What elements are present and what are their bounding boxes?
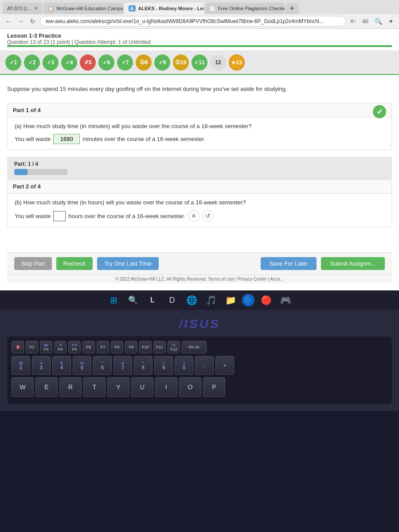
reset-button[interactable]: ↺ [202,210,214,222]
key-e[interactable]: E [35,377,58,397]
key-9[interactable]: ( 9 [154,356,173,375]
key-f10[interactable]: F10 [139,341,152,353]
key-f3-label: F3 [44,347,49,352]
tab-at072[interactable]: AT-072-2... ✕ [3,3,43,14]
save-later-button[interactable]: Save For Later [261,257,317,270]
recheck-button[interactable]: Recheck [56,257,93,270]
key-5[interactable]: % 5 [73,356,91,375]
tab-new[interactable]: + [286,3,299,14]
key-f9[interactable]: F9 [125,341,137,353]
part1-box: Part 1 of 4 ✓ (a) How much study time (i… [7,103,392,150]
taskbar-game-icon[interactable]: 🎮 [278,292,293,308]
nav-q3[interactable]: ✓3 [43,55,59,70]
key-f11-label: F11 [156,345,163,349]
try-one-button[interactable]: Try One Last Time [97,257,158,270]
key-p[interactable]: P [203,377,225,397]
part1-answer-input[interactable] [53,134,80,144]
taskbar-search-icon[interactable]: 🔍 [125,292,141,308]
extensions-button[interactable]: A↑ [348,17,358,25]
key-0[interactable]: ) 0 [175,356,193,375]
address-bar[interactable]: ww-awu.aleks.com/alekscgi/x/lsl.exe/1o_u… [40,16,346,27]
nav-q5[interactable]: ✗5 [80,55,96,70]
key-equals[interactable]: + [215,356,234,375]
taskbar-browser-icon[interactable]: 🌐 [184,292,200,308]
part2-answer-suffix: hours over the course of a 16-week semes… [68,213,185,219]
taskbar-folder-icon[interactable]: 📁 [223,292,239,308]
key-9-top: ( [163,361,164,365]
taskbar-red-icon[interactable]: 🔴 [258,292,274,308]
key-minus[interactable]: - [195,356,214,375]
key-f11[interactable]: F11 [153,341,166,353]
key-f6[interactable]: F6 [82,341,95,353]
key-f12[interactable]: IA F12 [168,341,180,353]
address-text: ww-awu.aleks.com/alekscgi/x/lsl.exe/1o_u… [46,18,324,24]
key-prtsc[interactable]: Prt Sc [182,341,207,353]
tab-aleks[interactable]: A ALEKS - Rodney Moore - Lesson ✕ [124,3,204,14]
nav-q1[interactable]: ✓1 [5,55,21,70]
nav-q2[interactable]: ✓2 [24,55,40,70]
key-f4[interactable]: ☀ F4 [54,341,66,353]
nav-q12[interactable]: 12 [210,55,226,70]
key-i[interactable]: I [155,377,177,397]
key-w[interactable]: W [12,377,34,397]
submit-button[interactable]: Submit Assignm... [321,257,385,270]
reader-button[interactable]: äö [361,17,370,25]
skip-part-button[interactable]: Skip Part [14,257,52,270]
nav-q13[interactable]: ➤13 [229,55,245,70]
key-prtsc-label: Prt Sc [189,345,200,349]
part2-content: (b) How much study time (in hours) will … [8,194,391,227]
main-content: Suppose you spend 15 minutes every day g… [0,75,399,290]
key-f3[interactable]: ⏮ F3 [40,341,52,353]
nav-q10[interactable]: ⦿10 [173,55,189,70]
forward-button[interactable]: → [16,17,26,26]
tab-close-icon[interactable]: ✕ [34,5,38,12]
clear-button[interactable]: ✕ [188,210,200,222]
key-7[interactable]: & 7 [113,356,132,375]
key-3[interactable]: # 3 [32,356,51,375]
part1-content: (a) How much study time (in minutes) wil… [8,117,391,149]
back-button[interactable]: ← [4,17,13,26]
taskbar-windows-icon[interactable]: ⊞ [106,292,121,308]
key-2[interactable]: @ 2 [12,356,30,375]
aleks-header: Lesson 1-3 Practice Question 13 of 23 (1… [0,29,399,51]
key-f2[interactable]: F2 [26,341,38,353]
tab-label: AT-072-2... [7,6,31,11]
taskbar-l-icon[interactable]: L [145,292,160,308]
part1-question: (a) How much study time (in minutes) wil… [15,123,384,129]
nav-q4[interactable]: ✓4 [61,55,77,70]
key-u[interactable]: U [131,377,153,397]
part2-header-text: Part 2 of 4 [13,183,41,190]
key-y[interactable]: Y [107,377,129,397]
nav-q6[interactable]: ✓6 [98,55,114,70]
nav-q7[interactable]: ✓7 [117,55,133,70]
taskbar-blue-icon[interactable]: 🔵 [242,294,254,306]
key-4[interactable]: $ 4 [52,356,71,375]
taskbar-d-icon[interactable]: D [164,292,180,308]
key-f6-label: F6 [86,345,91,349]
tab-mcgrawhill[interactable]: 📋 McGraw-Hill Education Campus ✕ [43,3,123,14]
nav-q8[interactable]: ⦿8 [136,55,152,70]
part1-answer-prefix: You will waste [15,136,51,142]
key-8[interactable]: * 8 [134,356,153,375]
fn-row: 🔇 F2 ⏮ F3 ☀ F4 ☀☀ F5 F6 F7 F [12,341,387,353]
key-f7[interactable]: F7 [97,341,109,353]
key-f8[interactable]: F8 [111,341,123,353]
key-mute[interactable]: 🔇 [12,341,24,353]
nav-q11[interactable]: ✓11 [192,55,207,70]
key-6[interactable]: ^ 6 [93,356,112,375]
key-o[interactable]: O [179,377,201,397]
part2-answer-input[interactable] [53,211,66,221]
reload-button[interactable]: ↻ [28,17,37,26]
search-icon[interactable]: 🔍 [373,17,384,26]
nav-q9[interactable]: ✓9 [154,55,170,70]
key-7-top: & [121,361,124,365]
settings-icon[interactable]: ✦ [387,17,395,26]
part1-answer-line: You will waste minutes over the course o… [15,134,384,144]
key-7-label: 7 [121,365,124,370]
problem-statement: Suppose you spend 15 minutes every day g… [7,82,392,96]
tab-plagiarism[interactable]: 📄 Free Online Plagiarism Checker ✕ [205,3,285,14]
key-f5[interactable]: ☀☀ F5 [68,341,81,353]
taskbar-music-icon[interactable]: 🎵 [203,292,219,308]
key-r[interactable]: R [59,377,82,397]
key-t[interactable]: T [83,377,106,397]
